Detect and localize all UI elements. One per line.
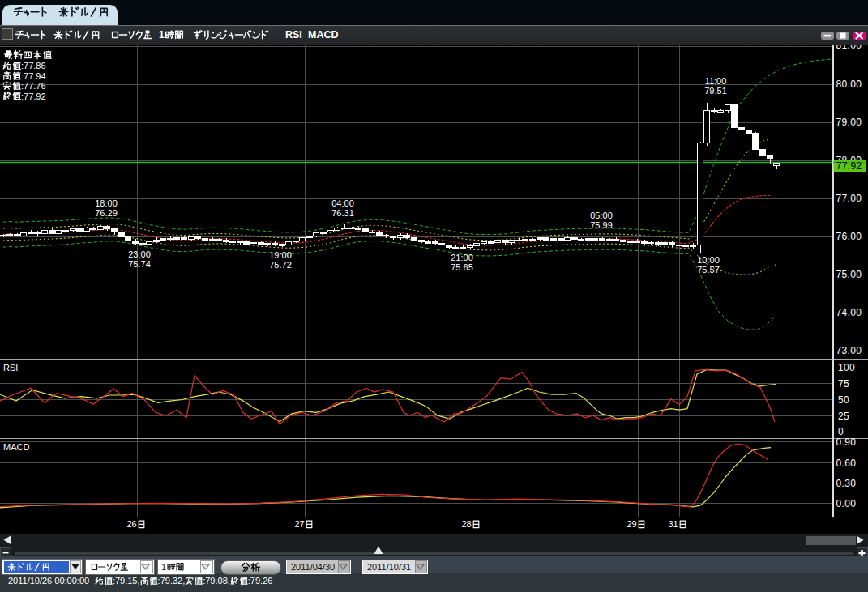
svg-text::79.08,: :79.08, <box>203 576 230 586</box>
svg-text:21:00: 21:00 <box>451 253 473 262</box>
svg-text::79.32,: :79.32, <box>158 576 186 586</box>
svg-text:25: 25 <box>838 411 849 422</box>
svg-text:1: 1 <box>159 29 165 40</box>
svg-text:MACD: MACD <box>308 29 339 40</box>
svg-text:75.99: 75.99 <box>590 220 613 230</box>
svg-text:76.29: 76.29 <box>95 208 118 218</box>
svg-text:79.00: 79.00 <box>836 117 862 128</box>
svg-text:0.30: 0.30 <box>836 478 857 489</box>
svg-text::79.15,: :79.15, <box>113 576 140 586</box>
svg-text:0.00: 0.00 <box>836 498 857 509</box>
svg-text:0: 0 <box>838 426 844 437</box>
svg-text:27: 27 <box>295 519 305 529</box>
svg-text:75.00: 75.00 <box>836 269 862 280</box>
svg-text:75.72: 75.72 <box>269 260 292 270</box>
svg-text::77.94: :77.94 <box>21 71 46 81</box>
svg-text:77.92: 77.92 <box>836 160 862 172</box>
svg-text:79.51: 79.51 <box>704 86 727 96</box>
svg-text:100: 100 <box>838 362 855 373</box>
svg-text:MACD: MACD <box>3 442 29 452</box>
svg-text:RSI: RSI <box>285 29 302 40</box>
svg-text:RSI: RSI <box>3 363 18 373</box>
svg-text:10:00: 10:00 <box>697 255 720 265</box>
svg-text:76.31: 76.31 <box>331 208 354 218</box>
svg-text::77.86: :77.86 <box>21 61 46 70</box>
svg-text::77.92: :77.92 <box>21 92 46 101</box>
svg-text:74.00: 74.00 <box>836 307 862 318</box>
svg-text:75.74: 75.74 <box>128 259 151 269</box>
svg-text:19:00: 19:00 <box>269 250 292 260</box>
svg-text:76.00: 76.00 <box>836 231 862 242</box>
svg-text:28: 28 <box>462 519 472 529</box>
svg-text::79.26: :79.26 <box>248 576 273 586</box>
svg-text::77.76: :77.76 <box>21 81 46 91</box>
svg-text:05:00: 05:00 <box>590 211 613 220</box>
svg-text:77.00: 77.00 <box>836 193 862 204</box>
svg-text:23:00: 23:00 <box>128 249 151 259</box>
svg-text:2011/04/30: 2011/04/30 <box>291 562 335 572</box>
svg-text:0.60: 0.60 <box>836 458 857 469</box>
svg-text:73.00: 73.00 <box>836 345 862 356</box>
svg-text:75.57: 75.57 <box>697 265 720 275</box>
svg-text:18:00: 18:00 <box>95 198 118 208</box>
svg-text:0.90: 0.90 <box>836 437 857 448</box>
svg-text:2011/10/26 00:00:00: 2011/10/26 00:00:00 <box>8 576 89 586</box>
svg-text:50: 50 <box>838 394 849 406</box>
svg-text:04:00: 04:00 <box>331 198 354 208</box>
svg-text:75: 75 <box>838 378 849 390</box>
svg-text:11:00: 11:00 <box>705 76 727 86</box>
svg-text:81.00: 81.00 <box>836 40 862 51</box>
svg-text:31: 31 <box>669 519 678 529</box>
svg-text:75.65: 75.65 <box>451 262 473 272</box>
svg-text:2011/10/31: 2011/10/31 <box>367 562 411 572</box>
svg-text:29: 29 <box>627 519 637 529</box>
svg-text:26: 26 <box>127 519 137 529</box>
svg-text:80.00: 80.00 <box>836 79 862 90</box>
svg-text:1: 1 <box>161 562 166 572</box>
